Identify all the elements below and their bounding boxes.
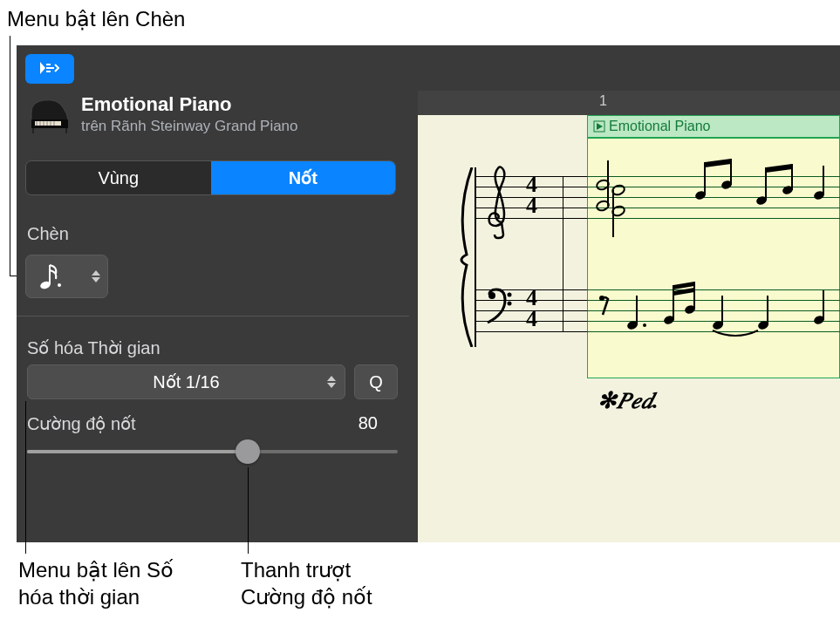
staff-brace-icon	[454, 167, 477, 347]
region-name: Emotional Piano	[609, 119, 711, 134]
svg-point-16	[508, 293, 512, 297]
region-note-segmented-control[interactable]: Vùng Nốt	[25, 160, 396, 195]
treble-notes	[587, 150, 840, 246]
grand-piano-icon	[25, 93, 74, 135]
ruler-position: 1	[599, 93, 607, 109]
sixteenth-note-icon	[38, 262, 63, 291]
velocity-label: Cường độ nốt	[27, 413, 136, 434]
toolbar	[25, 54, 74, 84]
svg-point-36	[599, 296, 604, 301]
time-quantize-popup-menu[interactable]: Nốt 1/16	[27, 364, 345, 399]
time-signature: 44	[526, 288, 537, 330]
stepper-icon	[92, 270, 100, 282]
segment-region[interactable]: Vùng	[26, 161, 211, 194]
catch-playhead-button[interactable]	[25, 54, 74, 84]
insert-label: Chèn	[27, 224, 69, 244]
callout-velocity-slider: Thanh trượt Cường độ nốt	[241, 556, 415, 610]
app-window: Emotional Piano trên Rãnh Steinway Grand…	[17, 45, 840, 542]
callout-time-quantize-menu: Menu bật lên Số hóa thời gian	[18, 556, 210, 610]
pedal-marking: ✻𝑃𝑒𝑑.	[598, 387, 659, 414]
divider	[17, 316, 409, 316]
catch-playhead-icon	[35, 60, 65, 78]
track-info: Emotional Piano trên Rãnh Steinway Grand…	[81, 93, 298, 135]
region-play-icon	[593, 120, 605, 133]
barline	[563, 176, 563, 331]
segment-note[interactable]: Nốt	[211, 161, 396, 194]
velocity-slider-thumb[interactable]	[236, 439, 260, 464]
time-quantize-value: Nốt 1/16	[153, 371, 219, 392]
svg-point-15	[488, 292, 495, 299]
track-subtitle: trên Rãnh Steinway Grand Piano	[81, 118, 298, 135]
velocity-slider[interactable]	[27, 450, 398, 453]
staff-system: 44 44	[432, 159, 840, 359]
velocity-value: 80	[359, 413, 378, 433]
insert-popup-menu[interactable]	[25, 255, 108, 298]
bass-notes	[587, 276, 840, 355]
quantize-button[interactable]: Q	[354, 364, 398, 399]
callout-line	[10, 36, 10, 276]
track-header: Emotional Piano trên Rãnh Steinway Grand…	[25, 93, 392, 135]
stepper-icon	[327, 376, 336, 388]
svg-rect-1	[35, 121, 61, 126]
region-header[interactable]: Emotional Piano	[587, 115, 840, 138]
treble-clef-icon	[484, 163, 516, 240]
svg-point-12	[58, 283, 61, 287]
time-signature: 44	[526, 174, 537, 216]
callout-line	[248, 467, 249, 554]
ruler[interactable]: 1	[418, 91, 840, 115]
svg-point-17	[508, 302, 512, 306]
callout-insert-menu: Menu bật lên Chèn	[7, 5, 185, 32]
svg-point-39	[643, 323, 646, 327]
track-title: Emotional Piano	[81, 93, 298, 116]
time-quantize-label: Số hóa Thời gian	[27, 337, 160, 358]
bass-clef-icon	[484, 288, 514, 324]
callout-line	[25, 401, 26, 554]
